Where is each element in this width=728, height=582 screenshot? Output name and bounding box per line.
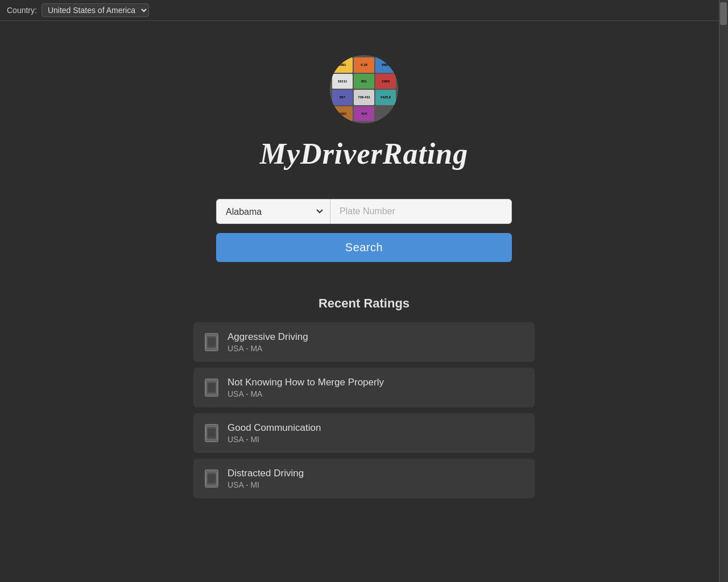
plate-input[interactable] bbox=[330, 199, 512, 224]
plate-cell: 8891 bbox=[332, 57, 353, 73]
svg-rect-3 bbox=[208, 383, 216, 392]
country-label: Country: bbox=[7, 6, 37, 15]
rating-item[interactable]: Distracted DrivingUSA - MI bbox=[193, 459, 535, 498]
rating-item[interactable]: Good CommunicationUSA - MI bbox=[193, 413, 535, 453]
plate-icon bbox=[205, 379, 218, 397]
state-select[interactable]: AlabamaAlaskaArizonaArkansasCaliforniaCo… bbox=[216, 199, 330, 224]
plate-cell: 8H1C bbox=[332, 106, 353, 122]
logo-plates-grid: 88910.188890161116511S69007739.4313425.6… bbox=[330, 55, 398, 123]
search-area: AlabamaAlaskaArizonaArkansasCaliforniaCo… bbox=[216, 199, 512, 262]
rating-location: USA - MA bbox=[228, 344, 308, 353]
country-select[interactable]: United States of AmericaCanadaUnited Kin… bbox=[42, 3, 149, 17]
rating-name: Aggressive Driving bbox=[228, 331, 308, 343]
rating-info: Good CommunicationUSA - MI bbox=[228, 422, 321, 444]
rating-location: USA - MI bbox=[228, 480, 304, 489]
app-title: MyDriverRating bbox=[260, 137, 468, 171]
rating-location: USA - MA bbox=[228, 389, 384, 398]
rating-name: Distracted Driving bbox=[228, 468, 304, 479]
top-bar: Country: United States of AmericaCanadaU… bbox=[0, 0, 728, 21]
plate-cell: 739.431 bbox=[354, 90, 374, 105]
plate-cell: 1S69 bbox=[375, 74, 396, 89]
rating-list: Aggressive DrivingUSA - MA Not Knowing H… bbox=[193, 322, 535, 498]
plate-icon bbox=[205, 333, 218, 351]
plate-cell: 8890 bbox=[375, 57, 396, 73]
recent-title: Recent Ratings bbox=[193, 296, 535, 311]
main-content: 88910.188890161116511S69007739.4313425.6… bbox=[0, 21, 728, 521]
rating-name: Good Communication bbox=[228, 422, 321, 434]
logo: 88910.188890161116511S69007739.4313425.6… bbox=[330, 55, 398, 123]
rating-name: Not Knowing How to Merge Properly bbox=[228, 377, 384, 388]
search-inputs: AlabamaAlaskaArizonaArkansasCaliforniaCo… bbox=[216, 199, 512, 224]
svg-rect-7 bbox=[208, 474, 216, 483]
scrollbar-thumb[interactable] bbox=[720, 2, 727, 25]
rating-info: Not Knowing How to Merge ProperlyUSA - M… bbox=[228, 377, 384, 398]
plate-cell: 414 bbox=[354, 106, 374, 122]
recent-section: Recent Ratings Aggressive DrivingUSA - M… bbox=[193, 296, 535, 498]
rating-info: Distracted DrivingUSA - MI bbox=[228, 468, 304, 489]
plate-cell: 16111 bbox=[332, 74, 353, 89]
rating-location: USA - MI bbox=[228, 435, 321, 444]
plate-cell: 651 bbox=[354, 74, 374, 89]
plate-icon bbox=[205, 469, 218, 488]
rating-item[interactable]: Aggressive DrivingUSA - MA bbox=[193, 322, 535, 362]
svg-rect-5 bbox=[208, 429, 216, 438]
scrollbar[interactable] bbox=[719, 0, 728, 582]
search-button[interactable]: Search bbox=[216, 233, 512, 262]
rating-item[interactable]: Not Knowing How to Merge ProperlyUSA - M… bbox=[193, 368, 535, 408]
plate-cell: 0.18 bbox=[354, 57, 374, 73]
plate-icon bbox=[205, 424, 218, 442]
plate-cell: 007 bbox=[332, 90, 353, 105]
svg-rect-1 bbox=[208, 338, 216, 347]
plate-cell: 3425.6 bbox=[375, 90, 396, 105]
rating-info: Aggressive DrivingUSA - MA bbox=[228, 331, 308, 353]
plate-cell bbox=[375, 106, 396, 122]
